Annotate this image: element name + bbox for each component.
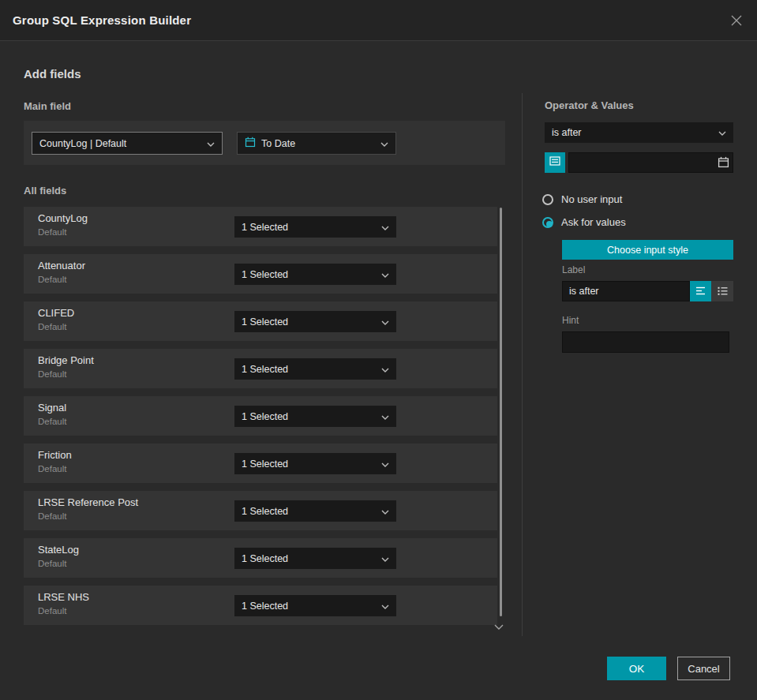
field-selection-dropdown[interactable]: 1 Selected	[234, 311, 396, 332]
field-type: Default	[38, 464, 72, 474]
field-name: StateLog	[38, 544, 79, 556]
radio-ask-for-values[interactable]: Ask for values	[542, 216, 626, 228]
field-selection-dropdown[interactable]: 1 Selected	[234, 264, 396, 285]
ok-button[interactable]: OK	[607, 657, 666, 680]
radio-no-user-input-label: No user input	[561, 193, 622, 205]
hint-input[interactable]	[562, 331, 729, 353]
chevron-down-icon	[380, 138, 388, 149]
field-selection-dropdown[interactable]: 1 Selected	[234, 406, 396, 427]
chevron-down-icon	[381, 316, 389, 328]
field-row: Attenuator Default 1 Selected	[24, 254, 497, 294]
date-value-field	[568, 152, 733, 173]
chevron-down-icon	[381, 553, 389, 564]
field-type: Default	[38, 606, 89, 616]
all-fields-list: CountyLog Default 1 Selected Attenuator …	[24, 207, 497, 633]
field-selection-dropdown[interactable]: 1 Selected	[234, 548, 396, 569]
chevron-down-icon	[381, 222, 389, 233]
group-sql-expression-builder-dialog: Group SQL Expression Builder Add fields …	[0, 0, 757, 700]
date-field-select-value: To Date	[261, 138, 295, 149]
list-icon	[718, 284, 728, 298]
main-field-panel: CountyLog | Default To Date	[24, 121, 505, 165]
radio-ask-for-values-label: Ask for values	[561, 216, 626, 228]
field-row: Bridge Point Default 1 Selected	[24, 349, 497, 388]
hint-field-label: Hint	[562, 315, 579, 326]
chevron-down-icon	[381, 411, 389, 422]
vertical-divider	[522, 93, 523, 636]
field-name: Attenuator	[38, 260, 85, 271]
main-field-label: Main field	[24, 100, 71, 112]
cancel-button[interactable]: Cancel	[677, 657, 730, 680]
calendar-icon	[245, 137, 256, 150]
main-field-select-value: CountyLog | Default	[39, 138, 126, 149]
relative-date-icon	[549, 155, 560, 170]
field-row: StateLog Default 1 Selected	[24, 538, 497, 578]
align-left-icon	[695, 284, 706, 298]
chevron-down-icon	[381, 601, 389, 612]
field-selection-value: 1 Selected	[242, 459, 288, 470]
field-name: Bridge Point	[38, 354, 94, 366]
radio-no-user-input[interactable]: No user input	[542, 193, 622, 205]
calendar-icon[interactable]	[718, 156, 729, 171]
field-type: Default	[38, 417, 66, 426]
field-selection-value: 1 Selected	[242, 269, 288, 280]
label-field-label: Label	[562, 264, 585, 275]
chevron-down-icon	[718, 127, 726, 138]
field-name: Friction	[38, 449, 72, 461]
relative-date-toggle-button[interactable]	[545, 152, 565, 173]
field-name: LRSE NHS	[38, 591, 89, 603]
main-field-select[interactable]: CountyLog | Default	[32, 132, 223, 155]
radio-icon	[542, 194, 553, 205]
field-selection-dropdown[interactable]: 1 Selected	[234, 216, 396, 238]
choose-input-style-button[interactable]: Choose input style	[562, 240, 733, 260]
dialog-header: Group SQL Expression Builder	[0, 0, 757, 41]
field-name: LRSE Reference Post	[38, 496, 138, 508]
chevron-down-icon	[381, 506, 389, 517]
field-row: Signal Default 1 Selected	[24, 396, 497, 436]
chevron-down-icon	[381, 269, 389, 280]
field-type: Default	[38, 322, 74, 331]
all-fields-label: All fields	[24, 185, 66, 197]
field-selection-dropdown[interactable]: 1 Selected	[234, 595, 396, 616]
close-icon[interactable]	[727, 11, 746, 30]
field-selection-value: 1 Selected	[242, 506, 288, 517]
radio-selected-icon	[542, 217, 553, 228]
operator-select[interactable]: is after	[545, 122, 733, 143]
scroll-down-icon[interactable]	[493, 622, 505, 631]
field-selection-dropdown[interactable]: 1 Selected	[234, 500, 396, 522]
field-type: Default	[38, 559, 79, 568]
chevron-down-icon	[381, 364, 389, 375]
list-style-button[interactable]	[711, 281, 733, 301]
operator-select-value: is after	[552, 127, 582, 138]
chevron-down-icon	[207, 138, 215, 149]
field-selection-value: 1 Selected	[242, 601, 288, 612]
field-type: Default	[38, 511, 138, 521]
operator-values-heading: Operator & Values	[545, 99, 634, 111]
field-type: Default	[38, 227, 88, 237]
field-type: Default	[38, 275, 85, 284]
field-name: Signal	[38, 402, 66, 414]
field-type: Default	[38, 369, 94, 379]
add-fields-heading: Add fields	[24, 67, 81, 80]
field-selection-value: 1 Selected	[242, 316, 288, 328]
field-name: CLIFED	[38, 307, 74, 319]
field-name: CountyLog	[38, 212, 88, 224]
chevron-down-icon	[381, 459, 389, 470]
field-selection-value: 1 Selected	[242, 411, 288, 422]
field-selection-value: 1 Selected	[242, 364, 288, 375]
label-input[interactable]	[562, 281, 690, 301]
dialog-title: Group SQL Expression Builder	[13, 13, 191, 27]
field-row: LRSE NHS Default 1 Selected	[24, 586, 497, 625]
field-selection-value: 1 Selected	[242, 553, 288, 564]
field-selection-dropdown[interactable]: 1 Selected	[234, 453, 396, 474]
field-row: CLIFED Default 1 Selected	[24, 301, 497, 341]
field-selection-value: 1 Selected	[242, 222, 288, 233]
scrollbar[interactable]	[500, 208, 502, 616]
field-row: Friction Default 1 Selected	[24, 444, 497, 483]
field-row: CountyLog Default 1 Selected	[24, 207, 497, 246]
date-value-input[interactable]	[568, 152, 733, 173]
field-row: LRSE Reference Post Default 1 Selected	[24, 491, 497, 530]
single-line-style-button[interactable]	[690, 281, 711, 301]
date-field-select[interactable]: To Date	[237, 132, 396, 155]
field-selection-dropdown[interactable]: 1 Selected	[234, 358, 396, 380]
